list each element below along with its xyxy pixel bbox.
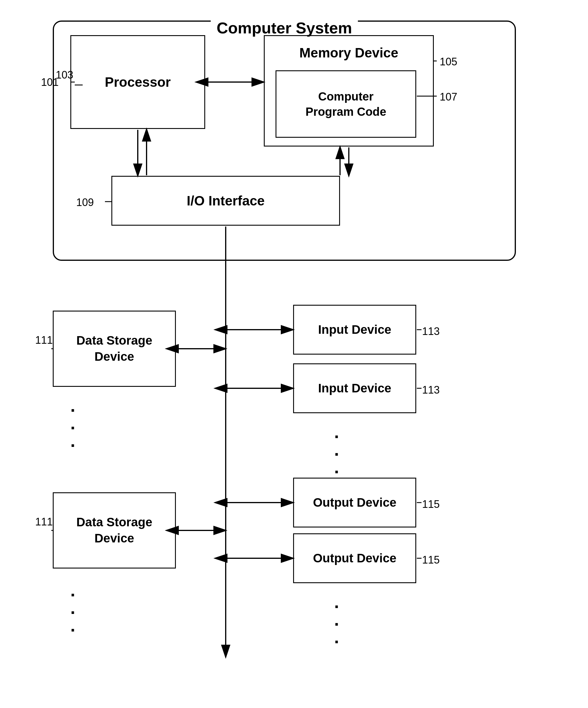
dots-storage-2: ··· — [70, 586, 77, 639]
label-115-2: 115 — [422, 554, 440, 566]
label-113-1: 113 — [422, 325, 440, 337]
program-code-box: ComputerProgram Code — [275, 70, 416, 138]
memory-device-label: Memory Device — [265, 45, 433, 61]
computer-system-title: Computer System — [211, 19, 358, 37]
label-111-2: 111 — [35, 516, 53, 528]
processor-box: Processor — [70, 35, 205, 129]
dots-input-devices: ··· — [334, 428, 340, 480]
label-107: 107 — [440, 91, 457, 103]
input-device-1: Input Device — [293, 305, 416, 355]
input-device-2: Input Device — [293, 363, 416, 413]
output-device-label-2: Output Device — [313, 551, 396, 565]
dots-storage-1: ··· — [70, 402, 77, 454]
label-103: 103 — [56, 69, 73, 81]
output-device-2: Output Device — [293, 533, 416, 583]
data-storage-label-2: Data StorageDevice — [76, 514, 152, 546]
data-storage-device-1: Data StorageDevice — [53, 311, 176, 387]
program-code-label: ComputerProgram Code — [305, 89, 386, 119]
io-interface-box: I/O Interface — [111, 176, 340, 226]
output-device-1: Output Device — [293, 478, 416, 528]
dots-output-devices: ··· — [334, 598, 340, 651]
io-interface-label: I/O Interface — [187, 193, 265, 209]
label-113-2: 113 — [422, 384, 440, 396]
data-storage-device-2: Data StorageDevice — [53, 492, 176, 568]
output-device-label-1: Output Device — [313, 496, 396, 510]
data-storage-label-1: Data StorageDevice — [76, 333, 152, 364]
label-109: 109 — [76, 196, 94, 209]
label-115-1: 115 — [422, 498, 440, 510]
input-device-label-2: Input Device — [318, 381, 391, 395]
label-111-1: 111 — [35, 334, 53, 346]
label-105: 105 — [440, 56, 457, 68]
input-device-label-1: Input Device — [318, 323, 391, 337]
processor-label: Processor — [105, 74, 171, 90]
diagram-container: Computer System 101 Processor 103 Memory… — [24, 12, 569, 698]
